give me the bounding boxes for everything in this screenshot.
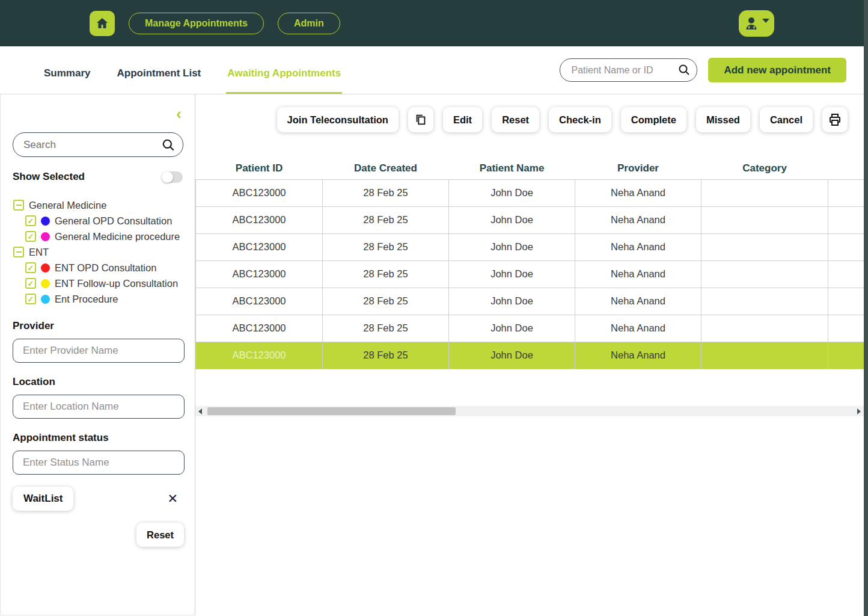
date-created-cell: 28 Feb 25 bbox=[323, 315, 449, 342]
tab-bar: Summary Appointment List Awaiting Appoin… bbox=[43, 46, 342, 94]
appointments-table: Patient IDDate CreatedPatient NameProvid… bbox=[195, 158, 868, 369]
show-selected-toggle[interactable] bbox=[162, 171, 183, 183]
doctor-avatar-icon bbox=[744, 15, 760, 32]
cancel-button[interactable]: Cancel bbox=[760, 107, 813, 132]
patient-name-cell: John Doe bbox=[449, 233, 575, 260]
date-created-cell: 28 Feb 25 bbox=[323, 260, 449, 288]
table-row[interactable]: ABC12300028 Feb 25John DoeNeha AnandGene… bbox=[196, 260, 868, 288]
patient-name-cell: John Doe bbox=[449, 260, 575, 288]
patient-search-input[interactable] bbox=[560, 58, 697, 82]
category-cell bbox=[701, 206, 828, 233]
patient-id-link[interactable]: ABC123000 bbox=[196, 288, 323, 315]
copy-button[interactable] bbox=[408, 107, 433, 132]
date-created-cell: 28 Feb 25 bbox=[323, 233, 449, 260]
provider-label: Provider bbox=[13, 320, 183, 332]
filter-sidebar: ‹ Show Selected General Medicine✓General… bbox=[0, 94, 195, 615]
tab-summary[interactable]: Summary bbox=[43, 67, 91, 94]
chevron-down-icon bbox=[762, 19, 769, 23]
scroll-right-icon[interactable] bbox=[857, 408, 861, 414]
tab-awaiting-appointments[interactable]: Awaiting Appointments bbox=[226, 67, 342, 94]
sidebar-search bbox=[13, 132, 183, 157]
provider-cell: Neha Anand bbox=[575, 288, 701, 315]
reset-button[interactable]: Reset bbox=[492, 107, 539, 132]
tree-group-ent[interactable]: ENT bbox=[1, 244, 195, 260]
patient-name-cell: John Doe bbox=[449, 288, 575, 315]
table-row[interactable]: ABC12300028 Feb 25John DoeNeha AnandGene… bbox=[196, 342, 868, 369]
scroll-left-icon[interactable] bbox=[198, 408, 202, 414]
sidebar-search-input[interactable] bbox=[13, 132, 183, 157]
tree-item-label: General OPD Consultation bbox=[55, 215, 172, 227]
tree-item-general-opd-consultation[interactable]: ✓General OPD Consultation bbox=[1, 213, 195, 229]
waitlist-chip[interactable]: WaitList bbox=[13, 487, 73, 511]
tree-item-ent-follow-up-consultation[interactable]: ✓ENT Follow-up Consultation bbox=[1, 276, 195, 291]
location-input[interactable] bbox=[13, 395, 185, 419]
search-icon[interactable] bbox=[678, 64, 690, 76]
print-button[interactable] bbox=[822, 107, 848, 132]
collapse-minus-icon[interactable] bbox=[13, 200, 24, 211]
patient-id-link[interactable]: ABC123000 bbox=[196, 233, 323, 260]
table-header-row: Patient IDDate CreatedPatient NameProvid… bbox=[196, 158, 868, 179]
edit-button[interactable]: Edit bbox=[443, 107, 482, 132]
category-cell bbox=[701, 260, 828, 288]
category-cell bbox=[701, 288, 828, 315]
actions-row: Join TeleconsultationEditResetCheck-inCo… bbox=[195, 107, 848, 132]
checkbox-checked-icon[interactable]: ✓ bbox=[25, 278, 36, 289]
patient-id-link[interactable]: ABC123000 bbox=[196, 179, 323, 206]
category-color-dot bbox=[41, 263, 50, 273]
tree-item-label: ENT Follow-up Consultation bbox=[55, 278, 178, 289]
patient-name-cell: John Doe bbox=[449, 206, 575, 233]
tree-item-ent-procedure[interactable]: ✓Ent Procedure bbox=[1, 291, 195, 307]
patient-id-link[interactable]: ABC123000 bbox=[196, 342, 323, 369]
horizontal-scrollbar[interactable] bbox=[195, 406, 868, 416]
type-cell: General Medicine bbox=[828, 179, 868, 206]
appointment-status-input[interactable] bbox=[13, 451, 185, 475]
tree-item-general-medicine-procedure[interactable]: ✓General Medicine procedure bbox=[1, 229, 195, 244]
type-cell: General Medicine bbox=[828, 342, 868, 369]
checkbox-checked-icon[interactable]: ✓ bbox=[25, 294, 36, 304]
patient-id-link[interactable]: ABC123000 bbox=[196, 206, 323, 233]
table-row[interactable]: ABC12300028 Feb 25John DoeNeha AnandGene… bbox=[196, 206, 868, 233]
checkbox-checked-icon[interactable]: ✓ bbox=[25, 231, 36, 242]
column-header: Patient Name bbox=[449, 158, 575, 179]
table-row[interactable]: ABC12300028 Feb 25John DoeNeha AnandGene… bbox=[196, 315, 868, 342]
complete-button[interactable]: Complete bbox=[621, 107, 686, 132]
tree-item-ent-opd-consultation[interactable]: ✓ENT OPD Consultation bbox=[1, 260, 195, 276]
page: Manage Appointments Admin Summary Appoin… bbox=[0, 0, 868, 616]
tree-group-general-medicine[interactable]: General Medicine bbox=[1, 197, 195, 213]
manage-appointments-button[interactable]: Manage Appointments bbox=[129, 13, 264, 34]
add-new-appointment-button[interactable]: Add new appointment bbox=[708, 58, 846, 82]
column-header: Category bbox=[701, 158, 828, 179]
column-header: Provider bbox=[575, 158, 701, 179]
table-row[interactable]: ABC12300028 Feb 25John DoeNeha AnandGene… bbox=[196, 233, 868, 260]
date-created-cell: 28 Feb 25 bbox=[323, 342, 449, 369]
provider-input[interactable] bbox=[13, 339, 185, 363]
column-header: Date Created bbox=[323, 158, 449, 179]
join-teleconsultation-button[interactable]: Join Teleconsultation bbox=[277, 107, 399, 132]
patient-id-link[interactable]: ABC123000 bbox=[196, 315, 323, 342]
close-icon[interactable]: ✕ bbox=[167, 491, 178, 506]
patient-id-link[interactable]: ABC123000 bbox=[196, 260, 323, 288]
sidebar-reset-button[interactable]: Reset bbox=[136, 523, 184, 547]
missed-button[interactable]: Missed bbox=[696, 107, 750, 132]
search-icon[interactable] bbox=[162, 138, 175, 152]
type-cell: General Medicine bbox=[828, 206, 868, 233]
category-cell bbox=[701, 233, 828, 260]
home-button[interactable] bbox=[90, 11, 115, 36]
collapse-minus-icon[interactable] bbox=[13, 247, 24, 257]
provider-cell: Neha Anand bbox=[575, 179, 701, 206]
user-menu-button[interactable] bbox=[739, 10, 774, 37]
table-row[interactable]: ABC12300028 Feb 25John DoeNeha AnandGene… bbox=[196, 288, 868, 315]
vertical-scrollbar[interactable] bbox=[864, 0, 868, 616]
checkbox-checked-icon[interactable]: ✓ bbox=[25, 215, 36, 226]
check-in-button[interactable]: Check-in bbox=[549, 107, 611, 132]
patient-name-cell: John Doe bbox=[449, 179, 575, 206]
checkbox-checked-icon[interactable]: ✓ bbox=[25, 262, 36, 273]
admin-button[interactable]: Admin bbox=[278, 13, 340, 34]
column-header: Patient ID bbox=[196, 158, 323, 179]
collapse-sidebar-icon[interactable]: ‹ bbox=[176, 108, 182, 120]
table-row[interactable]: ABC12300028 Feb 25John DoeNeha AnandGene… bbox=[196, 179, 868, 206]
tab-appointment-list[interactable]: Appointment List bbox=[115, 67, 202, 94]
category-cell bbox=[701, 315, 828, 342]
scrollbar-thumb[interactable] bbox=[207, 407, 456, 415]
appointments-table-viewport: Patient IDDate CreatedPatient NameProvid… bbox=[195, 158, 868, 369]
